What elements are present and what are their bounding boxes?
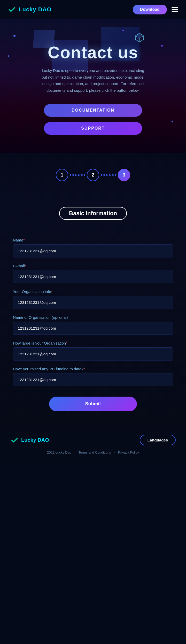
hero-cube-icon	[134, 32, 145, 43]
step-1[interactable]: 1	[56, 169, 68, 181]
hero-dot-4	[172, 121, 173, 122]
privacy-link[interactable]: Privacy Policy	[118, 450, 139, 454]
field-org-name: Name of Organisation (optional)	[13, 315, 173, 335]
hero-dot-5	[8, 55, 9, 57]
required-indicator: *	[23, 238, 25, 242]
label-email: E–mail*	[13, 264, 173, 268]
input-email[interactable]	[13, 270, 173, 283]
hero-dot-3	[122, 30, 124, 31]
form-section: Basic Information Name* E–mail* Your Org…	[0, 204, 186, 427]
step-connector-2: ➤➤	[99, 173, 118, 177]
svg-marker-1	[135, 33, 144, 38]
footer-top: Lucky DAO Languages	[10, 435, 176, 445]
contact-form: Name* E–mail* Your Organisation info* Na…	[13, 238, 173, 411]
required-indicator: *	[66, 341, 67, 345]
documentation-button[interactable]: DOCUMENTATION	[44, 104, 142, 117]
label-org-info: Your Organisation info*	[13, 289, 173, 294]
footer-copyright: 2022 Lucky Dao	[47, 450, 71, 454]
step-connector-1: ➤➤	[68, 173, 87, 177]
logo-text: Lucky DAO	[19, 6, 52, 13]
footer-logo-text: Lucky DAO	[21, 437, 49, 443]
terms-link[interactable]: Terms and Conditions	[79, 450, 111, 454]
menu-button[interactable]	[172, 7, 178, 12]
header-right: Download	[133, 5, 178, 14]
input-name[interactable]	[13, 244, 173, 257]
input-org-size[interactable]	[13, 347, 173, 361]
step-3[interactable]: 3	[118, 169, 130, 181]
hero-section: Contact us Lucky Dao is open to everyone…	[0, 19, 186, 153]
dot-1: ·	[74, 450, 75, 454]
languages-button[interactable]: Languages	[140, 435, 176, 445]
section-title: Basic Information	[59, 207, 127, 220]
steps-section: 1 ➤➤ 2 ➤➤ 3	[0, 153, 186, 204]
hero-dot-2	[161, 45, 163, 47]
hero-dot-1	[13, 35, 16, 37]
logo: Lucky DAO	[8, 5, 52, 14]
required-indicator: *	[84, 367, 85, 371]
input-vc-funding[interactable]	[13, 373, 173, 386]
header: Lucky DAO Download	[0, 0, 186, 19]
field-vc-funding: Have you raised any VC funding to date?*	[13, 367, 173, 386]
input-org-info[interactable]	[13, 296, 173, 309]
field-email: E–mail*	[13, 264, 173, 283]
footer-logo-icon	[10, 436, 19, 444]
submit-button[interactable]: Submit	[49, 397, 137, 411]
label-org-size: How large is your Organisation*	[13, 341, 173, 345]
hero-description: Lucky Dao is open to everyone and provid…	[39, 67, 147, 94]
hero-title: Contact us	[48, 43, 138, 62]
step-2[interactable]: 2	[87, 169, 99, 181]
footer-links: 2022 Lucky Dao · Terms and Conditions · …	[10, 450, 176, 454]
steps-row: 1 ➤➤ 2 ➤➤ 3	[10, 169, 176, 181]
field-org-info: Your Organisation info*	[13, 289, 173, 309]
section-title-wrap: Basic Information	[13, 207, 173, 230]
label-vc-funding: Have you raised any VC funding to date?*	[13, 367, 173, 371]
support-button[interactable]: SUPPORT	[44, 122, 142, 135]
download-button[interactable]: Download	[133, 5, 167, 14]
field-org-size: How large is your Organisation*	[13, 341, 173, 361]
label-org-name: Name of Organisation (optional)	[13, 315, 173, 320]
input-org-name[interactable]	[13, 322, 173, 335]
label-name: Name*	[13, 238, 173, 242]
footer-logo: Lucky DAO	[10, 436, 49, 444]
field-name: Name*	[13, 238, 173, 257]
logo-icon	[8, 5, 16, 14]
required-indicator: *	[51, 289, 53, 294]
required-indicator: *	[25, 264, 26, 268]
footer: Lucky DAO Languages 2022 Lucky Dao · Ter…	[0, 427, 186, 462]
dot-2: ·	[114, 450, 115, 454]
